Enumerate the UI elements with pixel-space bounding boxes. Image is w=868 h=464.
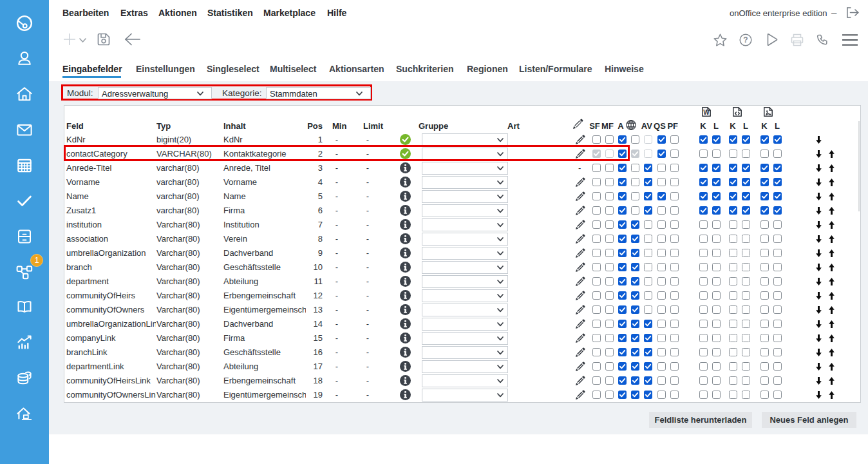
svg-text:W: W — [703, 109, 710, 116]
svg-text:?: ? — [743, 35, 748, 44]
